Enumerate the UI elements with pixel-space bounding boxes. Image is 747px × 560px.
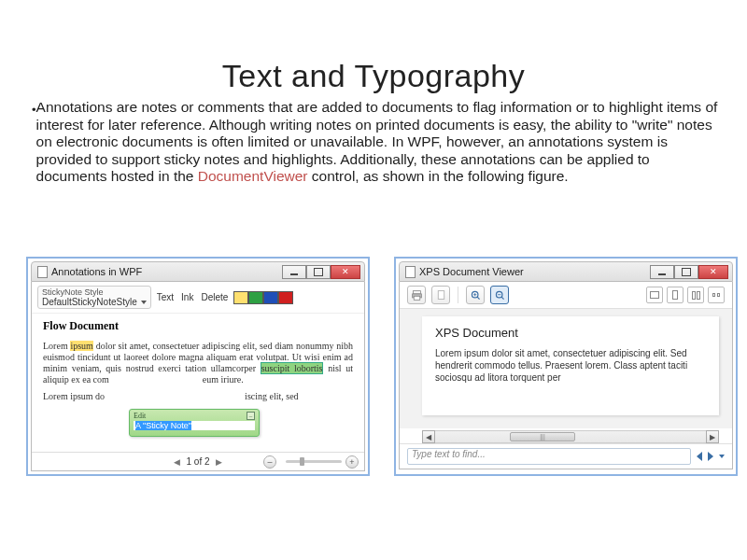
find-next-button[interactable] [708, 452, 713, 461]
page-title: Text and Typography [0, 58, 747, 94]
stickynote-style-selector[interactable]: StickyNote Style DefaultStickyNoteStyle [37, 286, 151, 309]
delete-button[interactable]: Delete [199, 292, 230, 302]
bullet-icon: • [26, 99, 36, 117]
figure-1: Annotations in WPF ✕ StickyNote Style De… [26, 257, 370, 476]
document-icon [405, 266, 416, 278]
sticky-note[interactable]: Edit – A "Sticky Note" [129, 409, 260, 437]
flow-paragraph-2: Lorem ipsum do iscing elit, sed [43, 391, 353, 402]
scroll-right-button[interactable]: ▶ [706, 430, 719, 443]
svg-rect-0 [413, 290, 420, 293]
annotations-window: Annotations in WPF ✕ StickyNote Style De… [31, 261, 365, 471]
annotations-titlebar: Annotations in WPF ✕ [31, 261, 365, 282]
page-view-buttons [646, 287, 725, 303]
svg-line-9 [501, 297, 503, 299]
highlight-suscipit: suscipit lobortis [261, 362, 324, 374]
ink-button[interactable]: Ink [179, 292, 195, 302]
zoom-out-button[interactable] [490, 286, 509, 304]
close-button[interactable]: ✕ [331, 265, 360, 279]
xps-window: XPS Document Viewer ✕ [399, 261, 733, 469]
zoom-in-button[interactable] [466, 286, 485, 304]
sticky-close-button[interactable]: – [247, 412, 255, 420]
zoom-in-button[interactable]: + [345, 455, 359, 469]
window-controls: ✕ [650, 265, 728, 279]
xps-heading: XPS Document [435, 326, 706, 340]
swatch-blue[interactable] [263, 291, 278, 304]
highlight-ipsum: ipsum [70, 341, 92, 351]
search-input[interactable]: Type text to find... [407, 448, 691, 465]
svg-line-5 [477, 297, 479, 299]
fit-width-button[interactable] [646, 287, 663, 303]
dropdown-arrow-icon [141, 301, 147, 304]
xps-titlebar: XPS Document Viewer ✕ [399, 261, 733, 282]
flow-document-area: Flow Document Lorem ipsum dolor sit amet… [32, 314, 364, 452]
scroll-thumb[interactable]: ||| [510, 432, 575, 441]
flow-heading: Flow Document [43, 319, 353, 333]
prev-page-arrow-icon[interactable]: ◀ [174, 457, 180, 467]
close-button[interactable]: ✕ [698, 265, 728, 279]
minimize-button[interactable] [282, 265, 306, 279]
body-paragraph: • Annotations are notes or comments that… [26, 99, 721, 186]
style-label: StickyNote Style [42, 287, 147, 297]
printer-icon [411, 289, 423, 301]
find-previous-button[interactable] [697, 452, 702, 461]
figures-row: Annotations in WPF ✕ StickyNote Style De… [26, 257, 738, 476]
annotations-title: Annotations in WPF [51, 266, 142, 277]
xps-paragraph: Lorem ipsum dolor sit amet, consectetuer… [435, 347, 706, 384]
search-bar: Type text to find... [400, 443, 732, 469]
xps-title: XPS Document Viewer [419, 266, 524, 277]
print-button[interactable] [407, 286, 426, 304]
zoom-thumb[interactable] [300, 457, 304, 466]
two-page-button[interactable] [687, 287, 704, 303]
zoom-in-icon [470, 289, 482, 301]
scroll-left-button[interactable]: ◀ [422, 430, 435, 443]
zoom-out-icon [494, 289, 506, 301]
style-value: DefaultStickyNoteStyle [42, 297, 137, 307]
toolbar-separator [458, 287, 458, 303]
minimize-button[interactable] [650, 265, 674, 279]
xps-page: XPS Document Lorem ipsum dolor sit amet,… [422, 316, 719, 415]
horizontal-scrollbar[interactable]: ◀ ||| ▶ [422, 430, 719, 443]
next-page-arrow-icon[interactable]: ▶ [216, 457, 222, 467]
xps-content-area: XPS Document Lorem ipsum dolor sit amet,… [400, 309, 732, 428]
maximize-button[interactable] [674, 265, 698, 279]
swatch-green[interactable] [248, 291, 263, 304]
scroll-track[interactable]: ||| [435, 430, 706, 443]
documentviewer-link: DocumentViewer [198, 168, 308, 184]
svg-rect-2 [414, 296, 420, 300]
xps-toolbar [400, 282, 732, 309]
body-text-b: control, as shown in the following figur… [308, 168, 569, 184]
body-text: Annotations are notes or comments that a… [36, 99, 721, 186]
copy-button[interactable] [431, 286, 450, 304]
single-page-button[interactable] [667, 287, 684, 303]
svg-rect-3 [438, 290, 444, 299]
document-copy-icon [435, 289, 447, 301]
figure-2: XPS Document Viewer ✕ [394, 257, 738, 476]
swatch-red[interactable] [278, 291, 293, 304]
swatch-yellow[interactable] [233, 291, 248, 304]
page-indicator: 1 of 2 [186, 456, 209, 467]
zoom-slider[interactable] [286, 460, 342, 463]
text-button[interactable]: Text [155, 292, 176, 302]
sticky-edit-label: Edit [134, 412, 146, 420]
document-icon [37, 266, 48, 278]
annotations-toolbar: StickyNote Style DefaultStickyNoteStyle … [32, 282, 364, 314]
pager-bar: ◀ 1 of 2 ▶ – + [32, 452, 364, 470]
search-options-dropdown[interactable] [719, 455, 725, 458]
maximize-button[interactable] [306, 265, 331, 279]
zoom-out-button[interactable]: – [263, 455, 276, 469]
sticky-text: A "Sticky Note" [135, 421, 191, 430]
color-swatches [233, 291, 293, 304]
thumbnail-button[interactable] [708, 287, 725, 303]
window-controls: ✕ [282, 265, 360, 279]
flow-paragraph-1: Lorem ipsum dolor sit amet, consectetuer… [43, 341, 353, 385]
